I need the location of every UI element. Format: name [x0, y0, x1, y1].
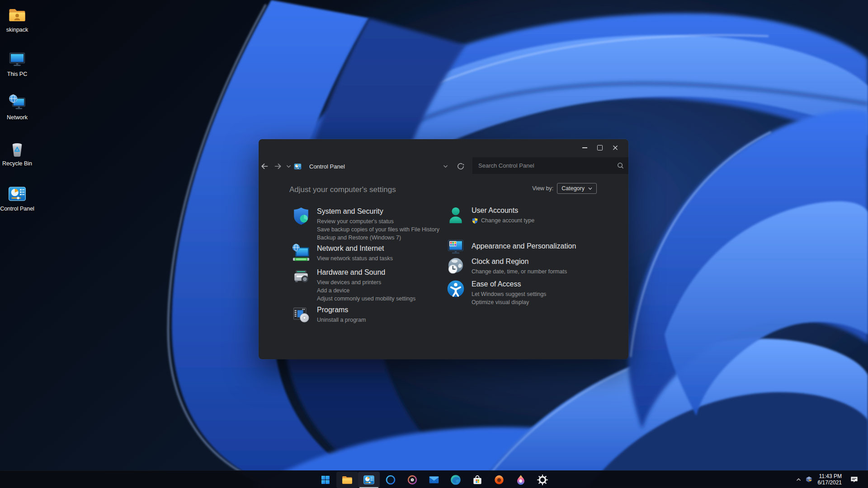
taskbar-file-explorer[interactable]	[336, 472, 358, 488]
user-icon[interactable]	[446, 205, 466, 225]
minimize-icon	[582, 147, 587, 148]
control-panel-icon	[294, 163, 302, 170]
taskbar-microsoft-store[interactable]	[467, 472, 488, 488]
programs-disc-icon[interactable]	[291, 305, 311, 324]
desktop-icon-control-panel[interactable]: Control Panel	[1, 184, 33, 212]
taskbar-clock[interactable]: 11:43 PM 6/17/2021	[814, 473, 842, 486]
category-link[interactable]: Add a device	[317, 286, 415, 295]
taskbar-office[interactable]	[488, 472, 510, 488]
taskbar-groove-music[interactable]	[401, 472, 423, 488]
desktop-icon-label: Network	[7, 114, 28, 121]
category-link[interactable]: View devices and printers	[317, 278, 415, 286]
category-link[interactable]: Save backup copies of your files with Fi…	[317, 225, 439, 234]
close-icon	[613, 145, 618, 150]
action-center-icon	[850, 475, 859, 484]
action-center-button[interactable]	[848, 471, 860, 488]
category-ease-of-access: Ease of Access Let Windows suggest setti…	[446, 279, 546, 306]
category-link[interactable]: Adjust commonly used mobility settings	[317, 295, 415, 303]
desktop-icon-recycle-bin[interactable]: Recycle Bin	[1, 139, 33, 167]
maximize-button[interactable]	[592, 139, 608, 156]
category-link[interactable]: Review your computer's status	[317, 217, 439, 225]
desktop-icon-label: Control Panel	[0, 206, 34, 212]
category-title[interactable]: Network and Internet	[317, 244, 393, 253]
taskbar-paint-3d[interactable]	[510, 472, 532, 488]
tray-virtualbox-icon[interactable]	[804, 471, 814, 488]
chevron-down-icon	[443, 164, 448, 169]
category-link[interactable]: Optimize visual display	[472, 298, 546, 306]
category-clock-and-region: Clock and Region Change date, time, or n…	[446, 256, 567, 276]
desktop-icon-skinpack[interactable]: skinpack	[1, 5, 33, 33]
category-title[interactable]: Appearance and Personalization	[472, 242, 576, 250]
user-folder-icon	[8, 5, 27, 24]
desktop-icon-label: This PC	[7, 71, 27, 77]
cortana-ring-icon	[385, 474, 396, 486]
category-link-label: Change account type	[481, 216, 534, 225]
control-panel-icon	[8, 184, 27, 203]
shield-icon[interactable]	[291, 206, 311, 226]
music-disc-icon	[406, 474, 418, 486]
refresh-button[interactable]	[456, 162, 465, 170]
desktop-icon-this-pc[interactable]: This PC	[1, 50, 33, 77]
refresh-icon	[457, 162, 465, 170]
category-link[interactable]: Change account type	[472, 216, 534, 225]
category-link[interactable]: Backup and Restore (Windows 7)	[317, 234, 439, 242]
clock-globe-icon[interactable]	[446, 256, 466, 276]
category-title[interactable]: Ease of Access	[472, 280, 546, 288]
maximize-icon	[597, 145, 603, 150]
category-title[interactable]: Programs	[317, 305, 366, 314]
address-breadcrumb[interactable]: Control Panel	[309, 162, 345, 170]
desktop: skinpack This PC Network Recycle Bin Con…	[0, 0, 868, 488]
mail-envelope-icon	[428, 474, 440, 486]
taskbar-settings[interactable]	[532, 472, 553, 488]
taskbar-edge[interactable]	[445, 472, 467, 488]
forward-button[interactable]	[273, 161, 283, 171]
paint-droplet-icon	[515, 474, 527, 486]
back-arrow-icon	[259, 161, 269, 171]
dropdown-caret-icon	[588, 187, 592, 190]
gear-icon	[537, 474, 548, 486]
address-dropdown-button[interactable]	[442, 163, 448, 169]
category-link[interactable]: View network status and tasks	[317, 254, 393, 263]
view-by-label: View by:	[532, 185, 553, 192]
close-button[interactable]	[608, 139, 623, 156]
category-title[interactable]: System and Security	[317, 207, 439, 216]
ease-of-access-icon[interactable]	[446, 279, 466, 299]
category-appearance-and-personalization: Appearance and Personalization	[446, 237, 576, 257]
category-title[interactable]: Hardware and Sound	[317, 268, 415, 277]
category-title[interactable]: Clock and Region	[472, 257, 567, 266]
search-icon	[617, 162, 624, 169]
taskbar-control-panel[interactable]	[358, 472, 380, 488]
navigation-bar: Control Panel	[259, 156, 628, 176]
category-link[interactable]: Let Windows suggest settings	[472, 290, 546, 298]
recent-pages-dropdown[interactable]	[285, 163, 292, 169]
view-by-dropdown[interactable]: Category	[557, 183, 597, 194]
edge-browser-icon	[450, 474, 462, 486]
title-bar[interactable]	[259, 139, 628, 156]
taskbar-mail[interactable]	[423, 472, 445, 488]
minimize-button[interactable]	[577, 139, 592, 156]
network-monitor-icon[interactable]	[291, 243, 311, 263]
computer-monitor-icon	[8, 50, 27, 69]
start-button[interactable]	[315, 472, 336, 488]
search-input[interactable]	[472, 157, 628, 174]
taskbar-cortana[interactable]	[380, 472, 401, 488]
category-link[interactable]: Uninstall a program	[317, 316, 366, 324]
taskbar: 11:43 PM 6/17/2021	[0, 470, 868, 488]
appearance-monitor-icon[interactable]	[446, 237, 466, 257]
desktop-icon-label: Recycle Bin	[2, 160, 32, 167]
desktop-icon-network[interactable]: Network	[1, 93, 33, 121]
desktop-icon-label: skinpack	[6, 27, 28, 33]
view-by-control: View by: Category	[532, 183, 597, 194]
control-panel-window: Control Panel Adjust your computer's set…	[259, 139, 628, 359]
chevron-up-icon	[796, 477, 802, 483]
category-system-and-security: System and Security Review your computer…	[291, 206, 439, 242]
cube-icon	[805, 475, 813, 484]
printer-icon[interactable]	[291, 267, 311, 287]
category-title[interactable]: User Accounts	[472, 206, 534, 215]
show-hidden-icons-button[interactable]	[794, 471, 803, 488]
category-link[interactable]: Change date, time, or number formats	[472, 267, 567, 276]
back-button[interactable]	[259, 161, 269, 171]
chevron-down-icon	[286, 164, 292, 169]
store-bag-icon	[472, 474, 483, 486]
control-panel-icon	[363, 474, 375, 486]
